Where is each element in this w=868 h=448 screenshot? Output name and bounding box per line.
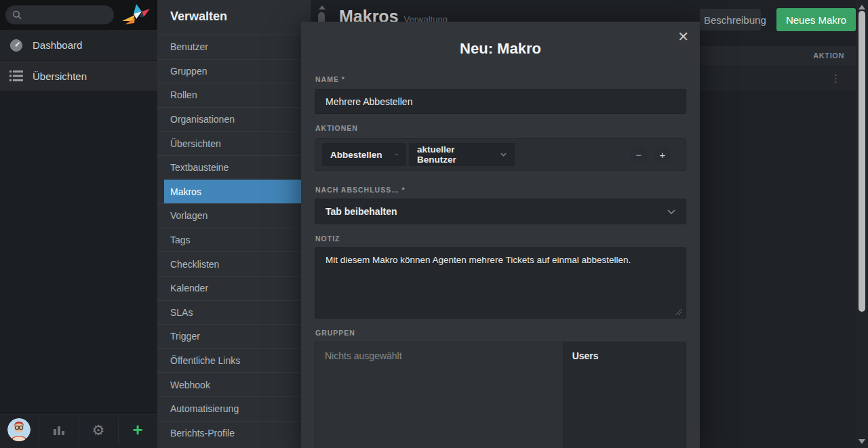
chevron-down-icon	[395, 152, 398, 157]
sidebar-item--ffentliche-links[interactable]: Öffentliche Links	[157, 348, 311, 373]
admin-sidebar-list: BenutzerGruppenRollenOrganisationenÜbers…	[157, 35, 311, 445]
sidebar-item-automatisierung[interactable]: Automatisierung	[157, 396, 311, 421]
description-button[interactable]: Beschreibung	[700, 9, 761, 30]
new-ticket-button[interactable]: +	[119, 412, 157, 448]
sidebar-item-textbausteine[interactable]: Textbausteine	[157, 155, 311, 180]
groups-selected-panel[interactable]: Nichts ausgewählt	[315, 342, 563, 448]
scroll-up-icon[interactable]	[859, 5, 865, 9]
scrollbar-thumb[interactable]	[859, 11, 865, 312]
groups-options-panel[interactable]: Users	[563, 342, 686, 448]
after-complete-label: NACH ABSCHLUSS… *	[315, 186, 406, 194]
plus-icon: +	[132, 420, 142, 441]
zammad-logo-icon	[121, 3, 152, 27]
row-menu-icon[interactable]: ⋮	[831, 73, 841, 83]
page-scrollbar	[856, 0, 868, 448]
search-icon	[12, 10, 22, 20]
zammad-app: MakrosVerwaltung Beschreibung Neues Makr…	[0, 0, 868, 448]
actions-label: AKTIONEN	[315, 124, 358, 132]
sidebar-item-tags[interactable]: Tags	[157, 228, 311, 252]
name-label: NAME *	[315, 75, 345, 83]
sidebar-item-benutzer[interactable]: Benutzer	[157, 35, 311, 59]
scroll-down-icon[interactable]	[859, 439, 865, 444]
groups-empty-text: Nichts ausgewählt	[325, 350, 402, 361]
sidebar-item-rollen[interactable]: Rollen	[157, 83, 311, 107]
add-action-button[interactable]: +	[654, 146, 671, 163]
actions-row: Abbestellen aktueller Benutzer − +	[315, 138, 686, 171]
action-value-select[interactable]: aktueller Benutzer	[409, 143, 515, 166]
sidebar-item-checklisten[interactable]: Checklisten	[157, 251, 311, 276]
sidebar-item-vorlagen[interactable]: Vorlagen	[157, 203, 311, 228]
sidebar-item-berichts-profile[interactable]: Berichts-Profile	[157, 421, 311, 445]
gear-icon: ⚙	[92, 422, 105, 439]
group-option[interactable]: Users	[572, 350, 676, 361]
sidebar-item-kalender[interactable]: Kalender	[157, 276, 311, 300]
chevron-down-icon	[500, 152, 507, 157]
sidebar-item--bersichten[interactable]: Übersichten	[157, 131, 311, 155]
admin-sidebar: Verwalten BenutzerGruppenRollenOrganisat…	[157, 0, 311, 448]
nav-item-label: Übersichten	[33, 70, 87, 82]
action-value: aktueller Benutzer	[417, 144, 488, 165]
modal-title: Neu: Makro	[301, 40, 700, 58]
nav-item-overviews[interactable]: Übersichten	[0, 61, 157, 91]
nav-item-dashboard[interactable]: Dashboard	[0, 30, 157, 61]
dashboard-gauge-icon	[8, 39, 24, 52]
bar-chart-icon	[53, 425, 65, 436]
action-attribute-value: Abbestellen	[330, 150, 382, 160]
chevron-down-icon	[667, 209, 675, 214]
primary-nav: Dashboard Übersichten	[0, 0, 157, 448]
reports-button[interactable]	[40, 412, 78, 448]
admin-sidebar-title: Verwalten	[157, 0, 311, 25]
groups-picker: Nichts ausgewählt Users	[315, 342, 686, 448]
note-label: NOTIZ	[315, 235, 340, 243]
note-textarea[interactable]: Mit diesem Makro können Agenten mehrere …	[315, 247, 686, 319]
sidebar-item-organisationen[interactable]: Organisationen	[157, 107, 311, 131]
action-attribute-select[interactable]: Abbestellen	[322, 143, 406, 166]
new-macro-modal: ✕ Neu: Makro NAME * AKTIONEN Abbestellen…	[301, 22, 700, 448]
sidebar-item-makros[interactable]: Makros	[164, 180, 311, 204]
search-box[interactable]	[5, 5, 114, 24]
remove-action-button[interactable]: −	[630, 146, 648, 163]
sidebar-item-gruppen[interactable]: Gruppen	[157, 59, 311, 83]
sidebar-item-webhook[interactable]: Webhook	[157, 372, 311, 396]
user-avatar[interactable]	[7, 418, 31, 441]
settings-button[interactable]: ⚙	[79, 412, 117, 448]
divider	[39, 417, 39, 445]
sidebar-item-trigger[interactable]: Trigger	[157, 324, 311, 348]
new-macro-button[interactable]: Neues Makro	[776, 8, 856, 31]
overviews-list-icon	[8, 70, 24, 82]
sidebar-item-slas[interactable]: SLAs	[157, 300, 311, 325]
action-column-header: AKTION	[813, 52, 844, 60]
search-band	[0, 0, 157, 30]
search-input[interactable]	[26, 9, 110, 21]
content-scroll-up-icon[interactable]	[319, 5, 326, 9]
name-input[interactable]	[315, 89, 686, 114]
after-complete-value: Tab beibehalten	[326, 206, 397, 217]
after-complete-select[interactable]: Tab beibehalten	[315, 199, 686, 224]
nav-item-label: Dashboard	[33, 39, 82, 51]
groups-label: GRUPPEN	[315, 329, 355, 337]
